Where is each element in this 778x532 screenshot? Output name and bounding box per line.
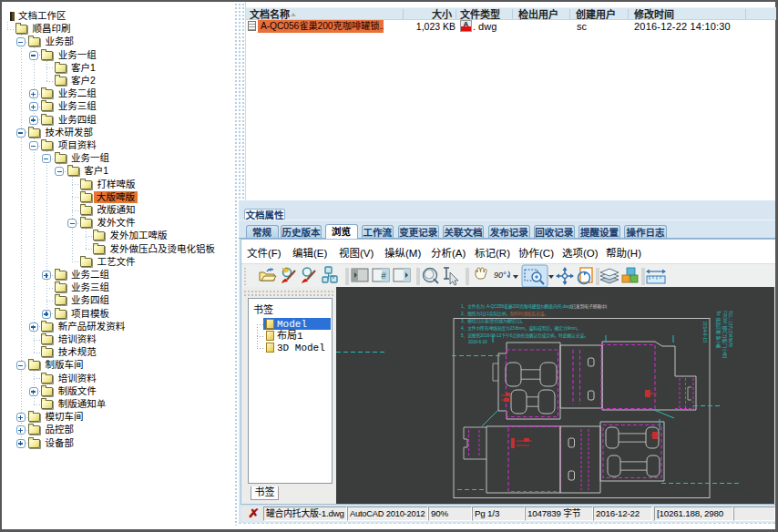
svg-text:3、模切刀示意(青色线为模切刀)。: 3、模切刀示意(青色线为模切刀)。 (461, 318, 525, 324)
svg-text:5、该图纸2016-06-13下午6点钟修改确认完成定稿，特: 5、该图纸2016-06-13下午6点钟修改确认完成定稿，特此确认无误。 (461, 332, 589, 339)
svg-text:1、文件名为: A-QC056雀巢200克咖啡罐锁扣翻盖内托: 1、文件名为: A-QC056雀巢200克咖啡罐锁扣翻盖内托.dwg(已发到电子… (461, 303, 608, 310)
svg-text:90°: 90° (494, 271, 507, 280)
svg-text:FROM: 模切刀版厂(小胡): FROM: 模切刀版厂(小胡) (722, 311, 728, 359)
svg-text:2016-6-19: 2016-6-19 (468, 340, 487, 344)
svg-text:#: # (381, 271, 386, 281)
svg-text:TEL: 13712345678: TEL: 13712345678 (728, 311, 732, 347)
svg-text:4、文件中所有啤线高度为23.8mm，废料成型后，确定为9m: 4、文件中所有啤线高度为23.8mm，废料成型后，确定为9mm。 (461, 325, 580, 332)
svg-text:To: 顺昌印刷 张小姐: To: 顺昌印刷 张小姐 (715, 311, 722, 349)
svg-text:2014-6-13: 2014-6-13 (702, 322, 708, 343)
